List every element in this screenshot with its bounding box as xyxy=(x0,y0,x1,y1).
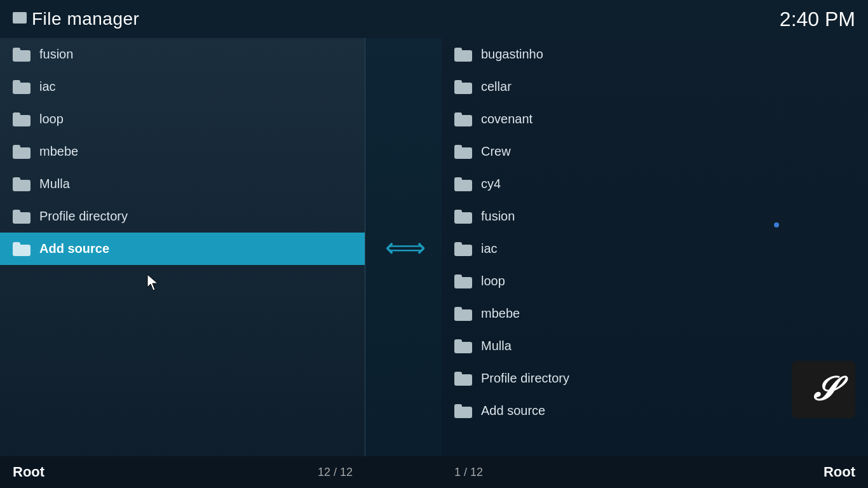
list-item[interactable]: loop xyxy=(442,265,868,297)
folder-icon xyxy=(13,80,31,94)
list-item[interactable]: iac xyxy=(442,233,868,265)
left-panel: fusion iac loop mbebe Mulla Profile dire… xyxy=(0,38,365,456)
folder-icon xyxy=(454,274,472,288)
item-label: Profile directory xyxy=(481,371,569,386)
list-item[interactable]: fusion xyxy=(0,38,365,71)
folder-icon xyxy=(454,177,472,191)
folder-icon xyxy=(454,372,472,386)
item-label: cellar xyxy=(481,79,512,94)
item-label: mbebe xyxy=(481,306,520,321)
right-footer-label: Root xyxy=(824,464,855,480)
item-label: loop xyxy=(39,112,64,126)
clock: 2:40 PM xyxy=(780,8,855,31)
left-footer-label: Root xyxy=(13,464,44,480)
folder-icon xyxy=(13,48,31,62)
footer-right: 1 / 12 Root xyxy=(442,464,868,480)
list-item[interactable]: Mulla xyxy=(0,168,365,200)
add-source-item[interactable]: Add source xyxy=(0,233,365,265)
blue-dot xyxy=(774,222,779,227)
folder-icon xyxy=(454,112,472,126)
folder-icon xyxy=(454,80,472,94)
item-label: fusion xyxy=(39,47,73,62)
logo-text: 𝒮 xyxy=(812,370,835,409)
left-footer-count: 12 / 12 xyxy=(318,466,353,479)
footer: Root 12 / 12 1 / 12 Root xyxy=(0,456,868,488)
list-item[interactable]: cellar xyxy=(442,71,868,103)
folder-icon xyxy=(13,145,31,159)
folder-icon xyxy=(13,210,31,224)
list-item[interactable]: mbebe xyxy=(442,297,868,330)
main-content: fusion iac loop mbebe Mulla Profile dire… xyxy=(0,38,868,456)
item-label: Crew xyxy=(481,144,511,159)
list-item[interactable]: iac xyxy=(0,71,365,103)
folder-icon xyxy=(454,48,472,62)
list-item[interactable]: loop xyxy=(0,103,365,135)
item-label: Add source xyxy=(39,241,109,256)
footer-left: Root 12 / 12 xyxy=(0,464,365,480)
item-label: iac xyxy=(481,241,498,256)
profile-directory-item[interactable]: Profile directory xyxy=(0,200,365,233)
folder-icon xyxy=(13,112,31,126)
transfer-arrows-icon: ⇐⇒ xyxy=(385,232,422,263)
folder-icon xyxy=(454,242,472,256)
list-item[interactable]: fusion xyxy=(442,200,868,233)
item-label: Mulla xyxy=(39,177,70,191)
file-manager-icon xyxy=(13,12,27,24)
page-title: File manager xyxy=(32,9,139,29)
logo-overlay: 𝒮 xyxy=(792,361,855,418)
header-title-area: File manager xyxy=(13,9,139,29)
middle-divider: ⇐⇒ xyxy=(365,38,442,456)
folder-icon xyxy=(13,242,31,256)
item-label: cy4 xyxy=(481,177,501,191)
right-panel: bugastinho cellar covenant Crew cy4 fusi… xyxy=(442,38,868,456)
folder-icon xyxy=(454,404,472,418)
list-item[interactable]: Mulla xyxy=(442,330,868,362)
item-label: mbebe xyxy=(39,144,78,159)
header: File manager 2:40 PM xyxy=(0,0,868,38)
list-item[interactable]: covenant xyxy=(442,103,868,135)
folder-icon xyxy=(13,177,31,191)
item-label: Add source xyxy=(481,403,545,418)
right-footer-count: 1 / 12 xyxy=(454,466,483,479)
folder-icon xyxy=(454,307,472,321)
folder-icon xyxy=(454,339,472,353)
item-label: bugastinho xyxy=(481,47,543,62)
item-label: covenant xyxy=(481,112,532,126)
list-item[interactable]: mbebe xyxy=(0,135,365,168)
folder-icon xyxy=(454,210,472,224)
list-item[interactable]: Crew xyxy=(442,135,868,168)
folder-icon xyxy=(454,145,472,159)
list-item[interactable]: cy4 xyxy=(442,168,868,200)
list-item[interactable]: bugastinho xyxy=(442,38,868,71)
item-label: Profile directory xyxy=(39,209,128,224)
item-label: loop xyxy=(481,274,505,288)
item-label: Mulla xyxy=(481,339,512,353)
item-label: fusion xyxy=(481,209,515,224)
item-label: iac xyxy=(39,79,56,94)
